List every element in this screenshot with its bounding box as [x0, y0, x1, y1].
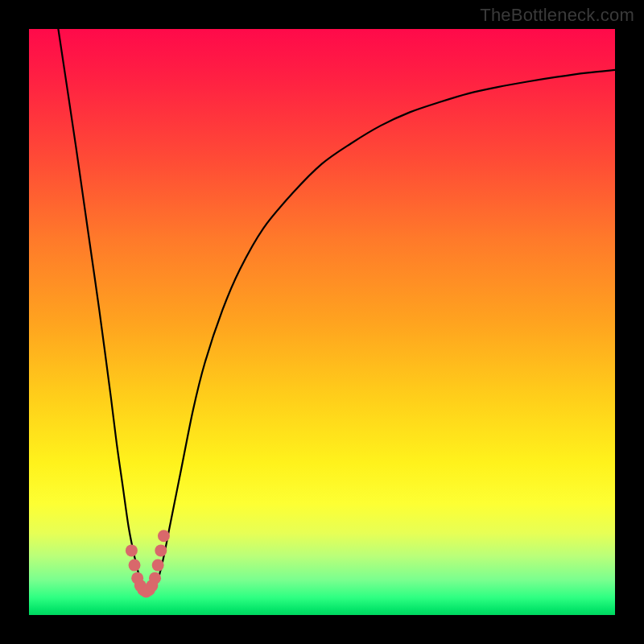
watermark-text: TheBottleneck.com [480, 5, 634, 26]
highlight-dot [152, 559, 164, 572]
curve-layer [29, 29, 615, 615]
bottleneck-curve [58, 29, 615, 593]
highlight-dot [129, 559, 141, 572]
highlight-dot [158, 530, 170, 542]
highlight-dots-group [126, 530, 170, 597]
highlight-dot [126, 544, 138, 556]
chart-frame: TheBottleneck.com [0, 0, 644, 644]
plot-area [29, 29, 615, 615]
highlight-dot [155, 544, 167, 556]
highlight-dot [149, 572, 161, 584]
